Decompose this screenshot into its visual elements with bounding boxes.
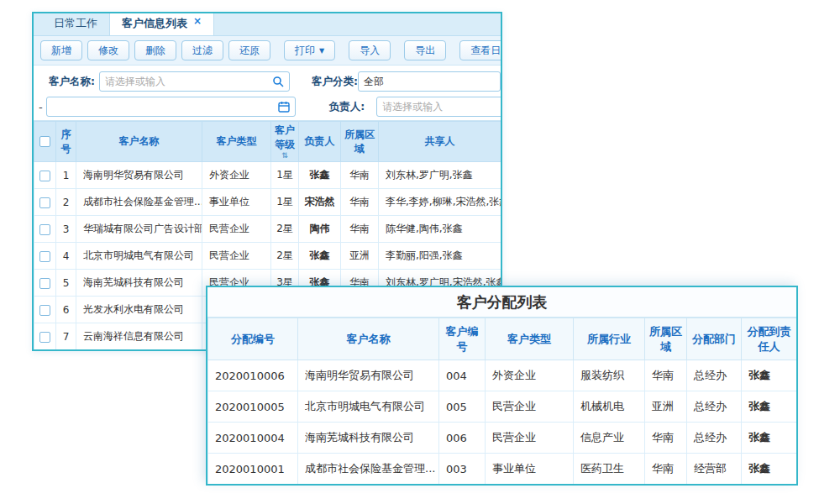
- sort-icon[interactable]: ⇅: [273, 152, 297, 160]
- owner-link[interactable]: 陶伟: [299, 216, 341, 243]
- customer-name-input[interactable]: [105, 76, 269, 87]
- region-cell: 华南: [645, 454, 687, 485]
- owner-link[interactable]: 宋浩然: [299, 189, 341, 216]
- customer-name-link[interactable]: 海南明华贸易有限公司: [76, 162, 202, 189]
- checkbox-cell: [34, 189, 56, 216]
- allocation-number-link[interactable]: 2020010006: [208, 360, 298, 391]
- industry-cell: 机械机电: [574, 391, 645, 423]
- row-checkbox[interactable]: [39, 171, 50, 181]
- header-customer-type: 客户类型: [202, 122, 271, 162]
- allocation-table: 分配编号 客户名称 客户编号 客户类型 所属行业 所属区域 分配部门 分配到责任…: [207, 318, 797, 485]
- allocation-title: 客户分配列表: [207, 287, 796, 318]
- assignee-link[interactable]: 张鑫: [742, 423, 797, 454]
- tab-customer-info-list[interactable]: 客户信息列表 ×: [109, 12, 214, 35]
- toolbar: 新增 修改 删除 过滤 还原 打印 ▼ 导入 导出 查看日志: [34, 36, 501, 66]
- customer-name-link[interactable]: 北京市明城电气有限公司: [298, 391, 439, 423]
- filter-row-1: 客户名称: 客户分类: 全部: [34, 70, 501, 93]
- customer-type-cell: 外资企业: [202, 162, 271, 189]
- customer-type-cell: 民营企业: [486, 423, 574, 454]
- restore-button[interactable]: 还原: [228, 40, 270, 60]
- customer-name-link[interactable]: 北京市明城电气有限公司: [76, 243, 202, 270]
- customer-name-link[interactable]: 云南海祥信息有限公司: [76, 323, 202, 350]
- assignee-link[interactable]: 张鑫: [742, 454, 797, 485]
- row-checkbox[interactable]: [39, 305, 50, 316]
- customer-name-link[interactable]: 成都市社会保险基金管理...: [76, 189, 202, 216]
- owner-input-wrap: [376, 97, 501, 117]
- owner-input[interactable]: [382, 101, 501, 113]
- customer-level-cell: 2星: [271, 216, 299, 243]
- region-cell: 亚洲: [645, 391, 687, 423]
- customer-table-row: 1海南明华贸易有限公司外资企业1星张鑫华南刘东林,罗广明,张鑫: [34, 162, 501, 189]
- date-input[interactable]: [52, 101, 275, 113]
- allocation-list-window: 客户分配列表 分配编号 客户名称 客户编号 客户类型 所属行业 所属区域 分配部…: [206, 286, 798, 486]
- row-checkbox[interactable]: [39, 197, 50, 208]
- calendar-icon[interactable]: [278, 101, 290, 113]
- header-alloc-customer-type: 客户类型: [486, 318, 574, 360]
- region-cell: 华南: [341, 216, 379, 243]
- allocation-table-row: 2020010004海南芜城科技有限公司006民营企业信息产业华南总经办张鑫: [208, 423, 797, 454]
- header-customer-level-label: 客户等级: [275, 124, 295, 150]
- allocation-number-link[interactable]: 2020010001: [208, 454, 298, 485]
- serial-number-cell: 4: [56, 243, 76, 270]
- assignee-link[interactable]: 张鑫: [742, 360, 797, 391]
- owner-link[interactable]: 张鑫: [299, 162, 341, 189]
- add-button[interactable]: 新增: [40, 40, 82, 60]
- industry-cell: 服装纺织: [574, 360, 645, 391]
- customer-name-link[interactable]: 海南明华贸易有限公司: [298, 360, 439, 391]
- row-checkbox[interactable]: [39, 278, 50, 289]
- customer-type-cell: 民营企业: [202, 243, 271, 270]
- checkbox-cell: [34, 162, 56, 189]
- date-range-dash: -: [39, 101, 43, 113]
- print-button[interactable]: 打印 ▼: [284, 40, 335, 60]
- customer-name-link[interactable]: 海南芜城科技有限公司: [298, 423, 439, 454]
- header-customer-name: 客户名称: [76, 122, 202, 162]
- delete-button[interactable]: 删除: [134, 40, 176, 60]
- close-icon[interactable]: ×: [193, 16, 202, 26]
- customer-type-cell: 事业单位: [486, 454, 574, 485]
- assignee-link[interactable]: 张鑫: [742, 391, 797, 423]
- chevron-down-icon: ▼: [319, 47, 324, 55]
- allocation-table-row: 2020010005北京市明城电气有限公司005民营企业机械机电亚洲总经办张鑫: [208, 391, 797, 423]
- modify-button[interactable]: 修改: [87, 40, 129, 60]
- header-assignee: 分配到责任人: [742, 318, 797, 360]
- search-icon[interactable]: [272, 76, 284, 87]
- view-log-button[interactable]: 查看日志: [459, 40, 502, 60]
- customer-level-cell: 1星: [271, 162, 299, 189]
- allocation-table-row: 2020010006海南明华贸易有限公司004外资企业服装纺织华南总经办张鑫: [208, 360, 797, 391]
- allocation-table-row: 2020010001成都市社会保险基金管理...003事业单位医药卫生华南经营部…: [208, 454, 797, 485]
- customer-level-cell: 1星: [271, 189, 299, 216]
- header-industry: 所属行业: [574, 318, 645, 360]
- customer-name-link[interactable]: 光发水利水电有限公司: [76, 297, 202, 323]
- tab-customer-info-label: 客户信息列表: [122, 16, 187, 31]
- header-shared: 共享人: [379, 122, 501, 162]
- owner-link[interactable]: 张鑫: [299, 243, 341, 270]
- allocation-table-body: 2020010006海南明华贸易有限公司004外资企业服装纺织华南总经办张鑫20…: [208, 360, 797, 485]
- region-cell: 华南: [645, 360, 687, 391]
- row-checkbox[interactable]: [39, 332, 50, 343]
- allocation-header-row: 分配编号 客户名称 客户编号 客户类型 所属行业 所属区域 分配部门 分配到责任…: [208, 318, 797, 360]
- row-checkbox[interactable]: [39, 224, 50, 235]
- filter-button[interactable]: 过滤: [181, 40, 223, 60]
- serial-number-cell: 6: [56, 297, 76, 323]
- row-checkbox[interactable]: [39, 251, 50, 262]
- customer-name-link[interactable]: 海南芜城科技有限公司: [76, 270, 202, 297]
- tab-daily-work[interactable]: 日常工作: [42, 13, 109, 35]
- allocation-number-link[interactable]: 2020010005: [208, 391, 298, 423]
- shared-people-cell: 李勤丽,阳强,张鑫: [379, 243, 501, 270]
- customer-name-link[interactable]: 华瑞城有限公司广告设计部: [76, 216, 202, 243]
- customer-category-select[interactable]: 全部: [358, 71, 501, 92]
- header-alloc-customer-name: 客户名称: [298, 318, 439, 360]
- select-all-checkbox[interactable]: [39, 136, 50, 147]
- header-serial: 序号: [56, 122, 76, 162]
- export-button[interactable]: 导出: [404, 40, 446, 60]
- checkbox-cell: [34, 323, 56, 350]
- customer-name-link[interactable]: 成都市社会保险基金管理...: [298, 454, 439, 485]
- owner-label: 负责人:: [329, 100, 365, 114]
- region-cell: 华南: [645, 423, 687, 454]
- header-alloc-dept: 分配部门: [687, 318, 742, 360]
- industry-cell: 信息产业: [574, 423, 645, 454]
- allocation-number-link[interactable]: 2020010004: [208, 423, 298, 454]
- date-input-wrap: [46, 97, 296, 117]
- import-button[interactable]: 导入: [349, 40, 391, 60]
- customer-table-row: 4北京市明城电气有限公司民营企业2星张鑫亚洲李勤丽,阳强,张鑫: [34, 243, 501, 270]
